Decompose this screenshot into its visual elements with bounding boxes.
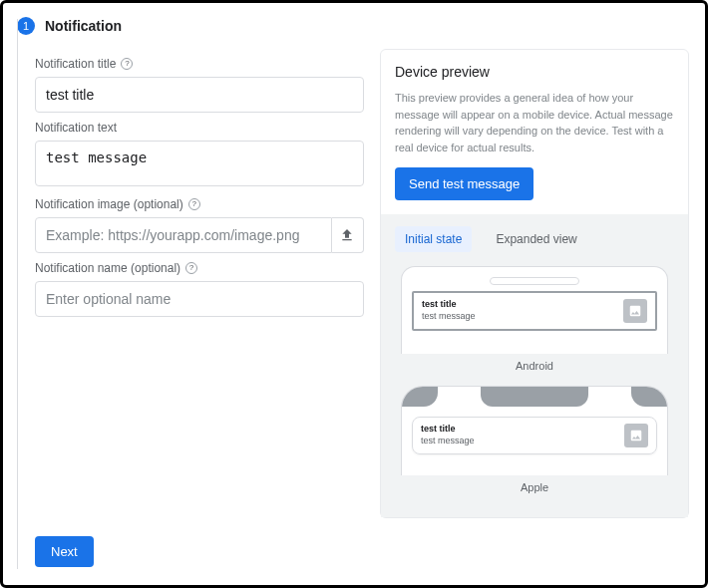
apple-notch: [481, 387, 588, 407]
image-label: Notification image (optional) ?: [35, 197, 364, 211]
name-label: Notification name (optional) ?: [35, 261, 364, 275]
form-column: Notification title ? Notification text N…: [35, 49, 364, 518]
device-preview-card: Device preview This preview provides a g…: [380, 49, 689, 518]
view-tabs: Initial state Expanded view: [395, 226, 674, 252]
notification-name-input[interactable]: [35, 281, 364, 317]
title-label: Notification title ?: [35, 57, 364, 71]
android-preview-device: test title test message: [401, 266, 668, 354]
preview-heading: Device preview: [395, 64, 674, 80]
apple-status-right: [631, 387, 667, 407]
android-notif-message: test message: [422, 311, 476, 323]
text-label: Notification text: [35, 121, 364, 135]
notification-text-input[interactable]: [35, 141, 364, 186]
title-label-text: Notification title: [35, 57, 116, 71]
apple-notif-message: test message: [421, 436, 475, 447]
tab-initial-state[interactable]: Initial state: [395, 226, 472, 252]
upload-icon: [339, 227, 355, 243]
send-test-message-button[interactable]: Send test message: [395, 167, 533, 200]
name-label-text: Notification name (optional): [35, 261, 180, 275]
help-icon[interactable]: ?: [121, 58, 133, 70]
image-placeholder-icon: [624, 424, 648, 447]
step-header: 1 Notification: [17, 17, 689, 35]
image-label-text: Notification image (optional): [35, 197, 183, 211]
help-icon[interactable]: ?: [188, 198, 200, 210]
image-placeholder-icon: [623, 299, 647, 323]
preview-body: Initial state Expanded view test title t…: [381, 214, 688, 517]
next-button[interactable]: Next: [35, 536, 94, 567]
step-number-badge: 1: [17, 17, 35, 35]
vertical-divider: [17, 19, 18, 569]
apple-preview-device: test title test message: [401, 386, 668, 475]
android-notif-title: test title: [422, 299, 476, 311]
apple-label: Apple: [395, 481, 674, 493]
step-title: Notification: [45, 18, 122, 34]
notification-image-input[interactable]: [35, 217, 332, 253]
apple-status-left: [402, 387, 438, 407]
android-notification: test title test message: [412, 291, 657, 331]
tab-expanded-view[interactable]: Expanded view: [486, 226, 586, 252]
help-icon[interactable]: ?: [185, 262, 197, 274]
android-label: Android: [395, 360, 674, 372]
upload-image-button[interactable]: [332, 217, 364, 253]
text-label-text: Notification text: [35, 121, 117, 135]
android-speaker: [490, 277, 579, 285]
apple-notif-title: test title: [421, 424, 475, 436]
apple-notification: test title test message: [412, 417, 657, 454]
preview-description: This preview provides a general idea of …: [395, 90, 674, 155]
notification-title-input[interactable]: [35, 77, 364, 113]
